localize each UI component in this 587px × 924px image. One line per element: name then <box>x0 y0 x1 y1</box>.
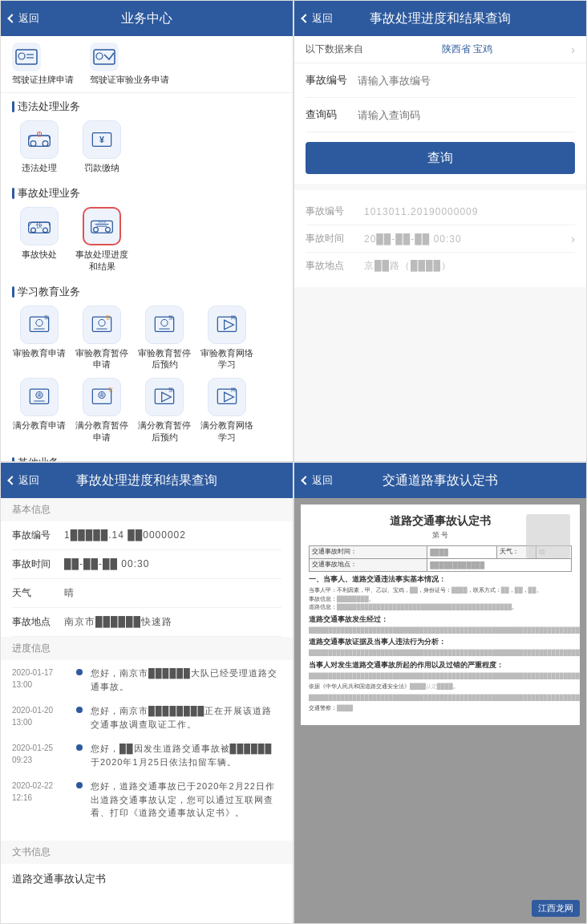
accident-no-row: 事故编号 <box>306 63 575 98</box>
service-edu2[interactable]: 暂 审验教育暂停申请 <box>75 306 129 371</box>
edu6-icon: 满 暂 <box>83 378 121 416</box>
accident-no-input[interactable] <box>358 75 575 87</box>
service-accident-quick[interactable]: 快 事故快处 <box>12 207 67 272</box>
svg-point-15 <box>43 228 48 233</box>
svg-text:网: 网 <box>231 388 236 393</box>
accident-progress-icon: >>> <box>83 207 121 245</box>
service-edu2-label: 审验教育暂停申请 <box>75 347 129 371</box>
timeline-date-0: 2020-01-17 13:00 <box>12 667 68 693</box>
basic-info-title: 基本信息 <box>1 498 293 521</box>
cert-section2-text: ████████████████████████████████████████… <box>309 626 572 635</box>
cert-section3-title: 道路交通事故证据及当事人违法行为分析： <box>309 638 572 647</box>
svg-text:满: 满 <box>99 392 104 398</box>
quick-link-driver-reg[interactable]: 驾驶证挂牌申请 <box>12 43 74 86</box>
svg-text:暂: 暂 <box>106 315 111 320</box>
result-time-value: 20██-██-██ 00:30 <box>364 233 565 245</box>
panel1-back-button[interactable]: 返回 <box>9 11 39 26</box>
accident-quick-icon: 快 <box>20 207 59 245</box>
service-edu1[interactable]: 审 审验教育申请 <box>12 306 67 371</box>
panel3-header: 返回 事故处理进度和结果查询 <box>1 463 293 498</box>
panel4-header: 返回 交通道路事故认定书 <box>294 463 586 498</box>
svg-rect-0 <box>16 50 37 64</box>
svg-text:预: 预 <box>168 315 173 320</box>
result-time-arrow: › <box>571 233 575 245</box>
service-fine[interactable]: ¥ 罚款缴纳 <box>75 120 129 173</box>
timeline-content-1: 您好，南京市████████正在开展该道路交通事故调查取证工作。 <box>91 704 281 731</box>
chevron-left-icon3 <box>7 476 16 484</box>
result-card: 事故编号 1013011.20190000009 事故时间 20██-██-██… <box>294 190 586 287</box>
svg-text:预: 预 <box>168 388 173 393</box>
panel4-back-button[interactable]: 返回 <box>302 473 333 488</box>
timeline-date-3: 2020-02-22 12:16 <box>12 780 68 820</box>
service-violation-label: 违法处理 <box>22 162 57 173</box>
detail-place-label: 事故地点 <box>12 615 64 629</box>
svg-text:暂: 暂 <box>108 388 113 393</box>
service-fine-label: 罚款缴纳 <box>84 162 119 173</box>
svg-point-14 <box>31 228 36 233</box>
doc-item[interactable]: 道路交通事故认定书 <box>1 864 293 894</box>
svg-point-24 <box>36 319 43 326</box>
cert-paper: 道路交通事故认定书 第 号 交通事故时间： ████ 天气： 晴 交通事故地点：… <box>301 505 580 725</box>
service-violation[interactable]: 违法处理 <box>12 120 67 173</box>
edu2-icon: 暂 <box>83 306 121 344</box>
panel1-content: 驾驶证挂牌申请 驾驶证审验业务申请 违法处理业务 <box>1 36 293 461</box>
detail-accident-no-label: 事故编号 <box>12 529 64 542</box>
section-accident: 事故处理业务 <box>1 180 293 204</box>
chevron-left-icon2 <box>301 14 310 22</box>
service-edu4[interactable]: 网 审验教育网络学习 <box>200 306 254 371</box>
panel2-content: 以下数据来自 陕西省 宝鸡 › 事故编号 查询码 查询 事故编号 1013011… <box>294 36 586 461</box>
cert-section3-text: ████████████████████████████████████████… <box>309 649 572 658</box>
data-source-label: 以下数据来自 <box>306 43 363 56</box>
panel3-back-button[interactable]: 返回 <box>9 473 39 488</box>
service-accident-progress[interactable]: >>> 事故处理进度和结果 <box>75 207 129 272</box>
service-edu3[interactable]: 预 审验教育暂停后预约 <box>137 306 192 371</box>
timeline-item-2: 2020-01-25 09:23 您好，██因发生道路交通事故被██████于2… <box>12 742 281 768</box>
timeline-item-3: 2020-02-22 12:16 您好，道路交通事故已于2020年2月22日作出… <box>12 780 281 820</box>
edu5-icon: 满 <box>20 378 59 416</box>
accident-query-panel: 返回 事故处理进度和结果查询 以下数据来自 陕西省 宝鸡 › 事故编号 查询码 … <box>294 0 587 462</box>
quick-link-driver-reg-label: 驾驶证挂牌申请 <box>12 75 74 84</box>
query-code-row: 查询码 <box>306 98 575 132</box>
detail-place-value: 南京市██████快速路 <box>64 615 281 629</box>
panel1-header: 返回 业务中心 <box>1 1 293 36</box>
svg-text:快: 快 <box>35 223 43 230</box>
svg-point-19 <box>106 228 111 233</box>
timeline-dot-1 <box>76 707 83 713</box>
data-source-value: 陕西省 宝鸡 <box>442 43 492 56</box>
result-time-label: 事故时间 <box>306 232 358 245</box>
service-edu6-label: 满分教育暂停申请 <box>75 419 129 443</box>
education-grid: 审 审验教育申请 暂 审验教育暂停申请 <box>1 302 293 449</box>
chevron-left-icon <box>7 14 16 22</box>
result-time-row[interactable]: 事故时间 20██-██-██ 00:30 › <box>306 225 575 253</box>
business-center-panel: 返回 业务中心 驾驶证挂牌申请 <box>0 0 294 462</box>
query-button[interactable]: 查询 <box>306 142 575 174</box>
svg-point-7 <box>30 141 36 147</box>
query-code-input[interactable] <box>358 109 575 121</box>
panel2-back-button[interactable]: 返回 <box>302 11 333 26</box>
svg-text:>>>: >>> <box>98 220 107 225</box>
data-source-bar: 以下数据来自 陕西省 宝鸡 › <box>294 36 586 63</box>
detail-time: 事故时间 ██-██-██ 00:30 <box>12 550 281 579</box>
quick-link-driver-verify[interactable]: 驾驶证审验业务申请 <box>90 43 169 86</box>
back-label2: 返回 <box>312 11 333 26</box>
detail-weather: 天气 晴 <box>12 579 281 608</box>
detail-card: 事故编号 1█████.14 ██0000002 事故时间 ██-██-██ 0… <box>1 521 293 637</box>
svg-text:网: 网 <box>231 315 236 320</box>
panel3-title: 事故处理进度和结果查询 <box>76 472 217 489</box>
detail-weather-value: 晴 <box>64 586 281 600</box>
progress-title: 进度信息 <box>1 637 293 660</box>
panel1-title: 业务中心 <box>121 10 172 27</box>
accident-cert-panel: 返回 交通道路事故认定书 道路交通事故认定书 第 号 交通事故时间： ████ … <box>294 462 587 924</box>
service-edu8[interactable]: 网 满分教育网络学习 <box>200 378 254 443</box>
data-source-arrow: › <box>571 43 575 56</box>
detail-accident-no-value: 1█████.14 ██0000002 <box>64 529 281 542</box>
back-label: 返回 <box>18 11 39 26</box>
driver-reg-icon <box>12 43 41 71</box>
service-edu5[interactable]: 满 满分教育申请 <box>12 378 67 443</box>
result-accident-no-row: 事故编号 1013011.20190000009 <box>306 198 575 225</box>
service-edu7[interactable]: 预 满分教育暂停后预约 <box>137 378 192 443</box>
violation-icon <box>20 120 59 159</box>
cert-section5-text: 依据《中华人民共和国道路交通安全法》████认定████。 <box>309 683 572 691</box>
timeline-content-2: 您好，██因发生道路交通事故被██████于2020年1月25日依法扣留车辆。 <box>91 742 281 768</box>
service-edu6[interactable]: 满 暂 满分教育暂停申请 <box>75 378 129 443</box>
